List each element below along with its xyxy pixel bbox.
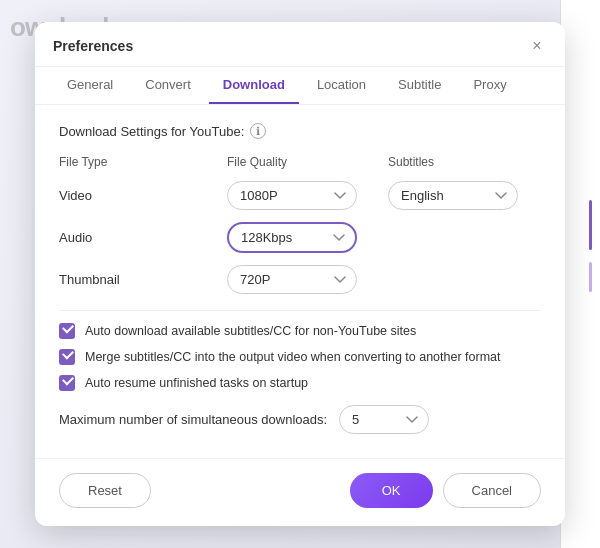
header-subtitles: Subtitles [388,155,541,169]
thumbnail-label: Thumbnail [59,272,219,287]
max-downloads-select[interactable]: 5 1 2 3 4 6 7 8 [339,405,429,434]
video-subtitle-select[interactable]: English None Spanish French German Chine… [388,181,518,210]
dialog-title: Preferences [53,38,133,54]
checkbox-merge-subtitle-row: Merge subtitles/CC into the output video… [59,349,541,365]
accent-bar-1 [589,200,592,250]
tab-bar: General Convert Download Location Subtit… [35,67,565,105]
auto-resume-label: Auto resume unfinished tasks on startup [85,376,308,390]
section-label: Download Settings for YouTube: ℹ [59,123,541,139]
ok-button[interactable]: OK [350,473,433,508]
auto-subtitle-label: Auto download available subtitles/CC for… [85,324,416,338]
checkbox-auto-resume-row: Auto resume unfinished tasks on startup [59,375,541,391]
close-button[interactable]: × [527,36,547,56]
thumbnail-quality-select[interactable]: 720P 1080P 480P [227,265,357,294]
video-label: Video [59,188,219,203]
merge-subtitle-checkbox[interactable] [59,349,75,365]
tab-general[interactable]: General [53,67,127,104]
header-file-type: File Type [59,155,219,169]
max-downloads-row: Maximum number of simultaneous downloads… [59,405,541,434]
dialog-footer: Reset OK Cancel [35,458,565,526]
header-file-quality: File Quality [227,155,380,169]
reset-button[interactable]: Reset [59,473,151,508]
video-quality-select[interactable]: 1080P 4K 720P 480P 360P 240P 144P [227,181,357,210]
section-label-text: Download Settings for YouTube: [59,124,244,139]
checkbox-auto-subtitle-row: Auto download available subtitles/CC for… [59,323,541,339]
tab-proxy[interactable]: Proxy [459,67,520,104]
tab-download[interactable]: Download [209,67,299,104]
dialog-header: Preferences × [35,22,565,67]
audio-quality-select[interactable]: 128Kbps 320Kbps 256Kbps 64Kbps [227,222,357,253]
accent-bar-2 [589,262,592,292]
max-downloads-label: Maximum number of simultaneous downloads… [59,412,327,427]
thumbnail-row: Thumbnail 720P 1080P 480P [59,259,541,300]
preferences-dialog: Preferences × General Convert Download L… [35,22,565,526]
tab-subtitle[interactable]: Subtitle [384,67,455,104]
right-sidebar [560,0,600,548]
action-buttons: OK Cancel [350,473,541,508]
grid-header-row: File Type File Quality Subtitles [59,155,541,175]
cancel-button[interactable]: Cancel [443,473,541,508]
audio-label: Audio [59,230,219,245]
dialog-content: Download Settings for YouTube: ℹ File Ty… [35,105,565,450]
merge-subtitle-label: Merge subtitles/CC into the output video… [85,350,501,364]
info-icon[interactable]: ℹ [250,123,266,139]
tab-convert[interactable]: Convert [131,67,205,104]
video-row: Video 1080P 4K 720P 480P 360P 240P 144P … [59,175,541,216]
auto-resume-checkbox[interactable] [59,375,75,391]
checkbox-group: Auto download available subtitles/CC for… [59,323,541,391]
divider [59,310,541,311]
auto-subtitle-checkbox[interactable] [59,323,75,339]
audio-row: Audio 128Kbps 320Kbps 256Kbps 64Kbps [59,216,541,259]
tab-location[interactable]: Location [303,67,380,104]
